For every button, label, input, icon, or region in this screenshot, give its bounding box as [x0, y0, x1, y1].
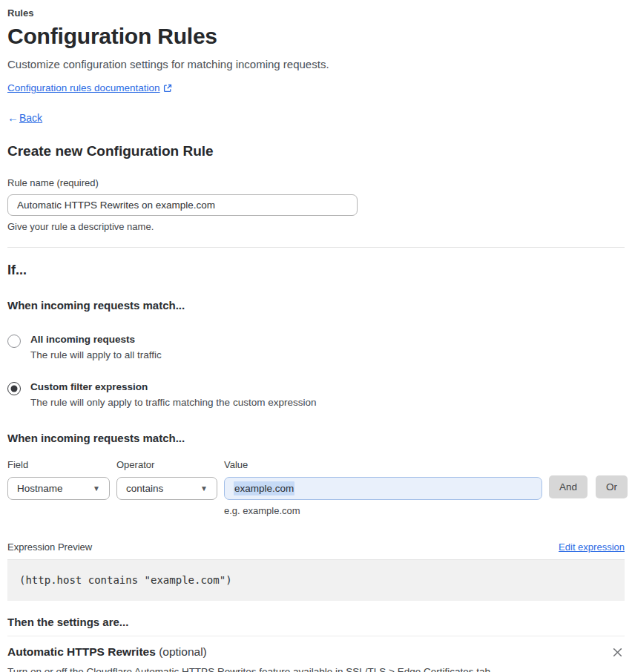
- radio-button-custom-filter-expression[interactable]: [7, 382, 21, 395]
- radio-option-description: The rule will apply to all traffic: [30, 349, 162, 360]
- field-label: Field: [7, 459, 110, 470]
- card-optional-tag: (optional): [159, 645, 207, 658]
- expression-preview-code: (http.host contains "example.com"): [7, 560, 625, 601]
- match-options-group: All incoming requests The rule will appl…: [7, 334, 625, 408]
- close-icon[interactable]: [610, 645, 625, 659]
- expression-preview-section: Expression Preview Edit expression (http…: [7, 541, 625, 601]
- external-link-icon: [163, 84, 172, 93]
- chevron-down-icon: ▼: [93, 484, 100, 493]
- configuration-rules-page: Rules Configuration Rules Customize conf…: [0, 0, 632, 672]
- create-rule-heading: Create new Configuration Rule: [7, 143, 625, 159]
- page-subtitle: Customize configuration settings for mat…: [7, 58, 625, 70]
- and-button[interactable]: And: [549, 475, 587, 498]
- radio-option-custom-filter-expression[interactable]: Custom filter expression The rule will o…: [7, 381, 625, 408]
- rule-name-label: Rule name (required): [7, 177, 625, 188]
- expression-builder-row: Field Hostname ▼ Operator contains ▼ Val…: [7, 459, 625, 516]
- https-rewrites-card: Automatic HTTPS Rewrites (optional) Turn…: [7, 645, 625, 672]
- value-input-text: example.com: [234, 481, 294, 495]
- card-description: Turn on or off the Cloudflare Automatic …: [7, 666, 625, 672]
- or-button[interactable]: Or: [596, 475, 628, 498]
- card-divider: [7, 636, 625, 636]
- documentation-link[interactable]: Configuration rules documentation: [7, 82, 160, 93]
- operator-select[interactable]: contains ▼: [116, 477, 217, 500]
- match-heading: When incoming requests match...: [7, 299, 625, 312]
- radio-option-description: The rule will only apply to traffic matc…: [30, 397, 316, 408]
- radio-option-label: Custom filter expression: [30, 381, 316, 392]
- radio-button-all-incoming-requests[interactable]: [7, 335, 21, 348]
- value-input[interactable]: example.com: [224, 477, 542, 500]
- chevron-down-icon: ▼: [200, 484, 208, 493]
- if-heading: If...: [7, 263, 625, 278]
- card-title-name: Automatic HTTPS Rewrites: [7, 645, 156, 658]
- arrow-left-icon: ←: [7, 111, 19, 124]
- field-select[interactable]: Hostname ▼: [7, 477, 110, 500]
- rule-name-input[interactable]: [7, 194, 358, 216]
- value-label: Value: [224, 459, 542, 470]
- back-link-row[interactable]: ← Back: [7, 111, 625, 124]
- radio-option-label: All incoming requests: [30, 334, 162, 345]
- then-settings-heading: Then the settings are...: [7, 616, 625, 628]
- expression-preview-label: Expression Preview: [7, 541, 92, 553]
- builder-heading: When incoming requests match...: [7, 432, 625, 444]
- field-select-value: Hostname: [17, 483, 63, 494]
- radio-option-all-incoming-requests[interactable]: All incoming requests The rule will appl…: [7, 334, 625, 360]
- card-title: Automatic HTTPS Rewrites (optional): [7, 645, 207, 659]
- rule-name-help: Give your rule a descriptive name.: [7, 221, 625, 232]
- operator-select-value: contains: [126, 483, 163, 494]
- page-title: Configuration Rules: [7, 24, 625, 49]
- operator-label: Operator: [116, 459, 217, 470]
- back-link[interactable]: Back: [19, 112, 42, 124]
- section-divider: [7, 247, 625, 248]
- edit-expression-link[interactable]: Edit expression: [559, 541, 625, 553]
- breadcrumb: Rules: [7, 7, 625, 19]
- value-hint: e.g. example.com: [224, 505, 542, 516]
